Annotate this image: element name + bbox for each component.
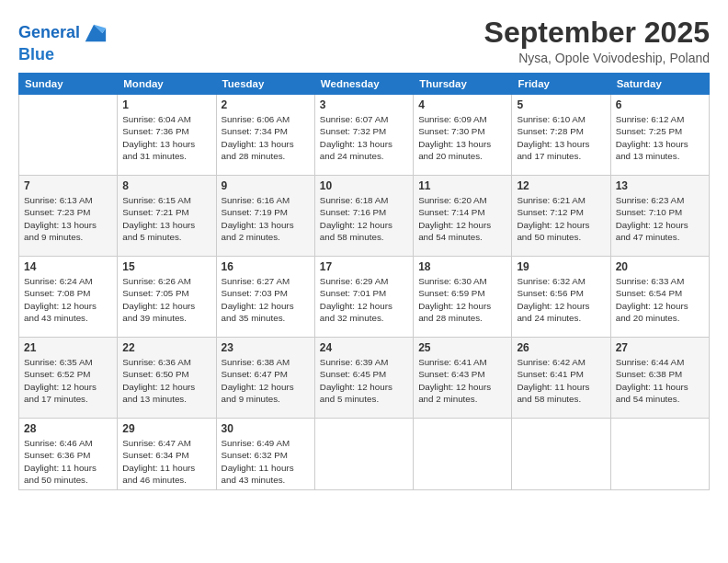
cell-content: Sunrise: 6:49 AMSunset: 6:32 PMDaylight:…	[222, 437, 310, 486]
day-number: 17	[320, 260, 408, 273]
day-number: 18	[418, 260, 506, 273]
day-number: 26	[517, 341, 605, 354]
page-header: General Blue September 2025 Nysa, Opole …	[18, 17, 710, 65]
day-number: 20	[616, 260, 704, 273]
calendar-cell: 13Sunrise: 6:23 AMSunset: 7:10 PMDayligh…	[610, 176, 709, 257]
logo: General Blue	[18, 20, 108, 64]
logo-icon	[82, 20, 108, 46]
calendar-cell: 3Sunrise: 6:07 AMSunset: 7:32 PMDaylight…	[314, 95, 413, 176]
day-number: 8	[122, 179, 210, 192]
day-number: 12	[517, 179, 605, 192]
cell-content: Sunrise: 6:39 AMSunset: 6:45 PMDaylight:…	[320, 356, 408, 405]
calendar-cell: 10Sunrise: 6:18 AMSunset: 7:16 PMDayligh…	[314, 176, 413, 257]
cell-content: Sunrise: 6:27 AMSunset: 7:03 PMDaylight:…	[222, 275, 310, 324]
day-number: 14	[24, 260, 112, 273]
calendar-cell: 4Sunrise: 6:09 AMSunset: 7:30 PMDaylight…	[414, 95, 512, 176]
calendar-cell: 26Sunrise: 6:42 AMSunset: 6:41 PMDayligh…	[512, 338, 610, 419]
header-saturday: Saturday	[610, 74, 709, 95]
cell-content: Sunrise: 6:35 AMSunset: 6:52 PMDaylight:…	[24, 356, 112, 405]
calendar-table: Sunday Monday Tuesday Wednesday Thursday…	[18, 73, 710, 490]
calendar-header: Sunday Monday Tuesday Wednesday Thursday…	[19, 74, 710, 95]
cell-content: Sunrise: 6:20 AMSunset: 7:14 PMDaylight:…	[418, 194, 506, 243]
cell-content: Sunrise: 6:32 AMSunset: 6:56 PMDaylight:…	[517, 275, 605, 324]
calendar-cell: 11Sunrise: 6:20 AMSunset: 7:14 PMDayligh…	[414, 176, 512, 257]
calendar-page: General Blue September 2025 Nysa, Opole …	[0, 0, 728, 563]
day-number: 27	[616, 341, 704, 354]
calendar-cell: 29Sunrise: 6:47 AMSunset: 6:34 PMDayligh…	[118, 419, 216, 490]
calendar-cell: 21Sunrise: 6:35 AMSunset: 6:52 PMDayligh…	[19, 338, 118, 419]
calendar-week-row: 1Sunrise: 6:04 AMSunset: 7:36 PMDaylight…	[19, 95, 710, 176]
title-block: September 2025 Nysa, Opole Voivodeship, …	[484, 17, 710, 65]
calendar-cell: 30Sunrise: 6:49 AMSunset: 6:32 PMDayligh…	[216, 419, 314, 490]
header-thursday: Thursday	[414, 74, 512, 95]
day-number: 5	[517, 98, 605, 111]
header-wednesday: Wednesday	[314, 74, 413, 95]
cell-content: Sunrise: 6:36 AMSunset: 6:50 PMDaylight:…	[122, 356, 210, 405]
day-number: 2	[222, 98, 310, 111]
cell-content: Sunrise: 6:42 AMSunset: 6:41 PMDaylight:…	[517, 356, 605, 405]
header-friday: Friday	[512, 74, 610, 95]
cell-content: Sunrise: 6:10 AMSunset: 7:28 PMDaylight:…	[517, 113, 605, 162]
cell-content: Sunrise: 6:33 AMSunset: 6:54 PMDaylight:…	[616, 275, 704, 324]
calendar-cell: 16Sunrise: 6:27 AMSunset: 7:03 PMDayligh…	[216, 257, 314, 338]
header-sunday: Sunday	[19, 74, 118, 95]
day-number: 19	[517, 260, 605, 273]
cell-content: Sunrise: 6:16 AMSunset: 7:19 PMDaylight:…	[222, 194, 310, 243]
calendar-cell: 15Sunrise: 6:26 AMSunset: 7:05 PMDayligh…	[118, 257, 216, 338]
cell-content: Sunrise: 6:07 AMSunset: 7:32 PMDaylight:…	[320, 113, 408, 162]
calendar-cell: 8Sunrise: 6:15 AMSunset: 7:21 PMDaylight…	[118, 176, 216, 257]
cell-content: Sunrise: 6:24 AMSunset: 7:08 PMDaylight:…	[24, 275, 112, 324]
day-number: 29	[122, 422, 210, 435]
calendar-cell: 24Sunrise: 6:39 AMSunset: 6:45 PMDayligh…	[314, 338, 413, 419]
calendar-cell: 14Sunrise: 6:24 AMSunset: 7:08 PMDayligh…	[19, 257, 118, 338]
cell-content: Sunrise: 6:21 AMSunset: 7:12 PMDaylight:…	[517, 194, 605, 243]
day-number: 23	[222, 341, 310, 354]
calendar-cell: 6Sunrise: 6:12 AMSunset: 7:25 PMDaylight…	[610, 95, 709, 176]
calendar-subtitle: Nysa, Opole Voivodeship, Poland	[484, 51, 710, 65]
cell-content: Sunrise: 6:12 AMSunset: 7:25 PMDaylight:…	[616, 113, 704, 162]
calendar-week-row: 7Sunrise: 6:13 AMSunset: 7:23 PMDaylight…	[19, 176, 710, 257]
calendar-week-row: 14Sunrise: 6:24 AMSunset: 7:08 PMDayligh…	[19, 257, 710, 338]
day-number: 21	[24, 341, 112, 354]
cell-content: Sunrise: 6:41 AMSunset: 6:43 PMDaylight:…	[418, 356, 506, 405]
cell-content: Sunrise: 6:06 AMSunset: 7:34 PMDaylight:…	[222, 113, 310, 162]
cell-content: Sunrise: 6:26 AMSunset: 7:05 PMDaylight:…	[122, 275, 210, 324]
calendar-cell: 17Sunrise: 6:29 AMSunset: 7:01 PMDayligh…	[314, 257, 413, 338]
cell-content: Sunrise: 6:30 AMSunset: 6:59 PMDaylight:…	[418, 275, 506, 324]
cell-content: Sunrise: 6:18 AMSunset: 7:16 PMDaylight:…	[320, 194, 408, 243]
day-number: 22	[122, 341, 210, 354]
calendar-cell: 12Sunrise: 6:21 AMSunset: 7:12 PMDayligh…	[512, 176, 610, 257]
calendar-body: 1Sunrise: 6:04 AMSunset: 7:36 PMDaylight…	[19, 95, 710, 490]
header-monday: Monday	[118, 74, 216, 95]
day-number: 28	[24, 422, 112, 435]
calendar-cell	[512, 419, 610, 490]
header-row: Sunday Monday Tuesday Wednesday Thursday…	[19, 74, 710, 95]
cell-content: Sunrise: 6:04 AMSunset: 7:36 PMDaylight:…	[122, 113, 210, 162]
day-number: 24	[320, 341, 408, 354]
cell-content: Sunrise: 6:09 AMSunset: 7:30 PMDaylight:…	[418, 113, 506, 162]
cell-content: Sunrise: 6:44 AMSunset: 6:38 PMDaylight:…	[616, 356, 704, 405]
cell-content: Sunrise: 6:47 AMSunset: 6:34 PMDaylight:…	[122, 437, 210, 486]
cell-content: Sunrise: 6:38 AMSunset: 6:47 PMDaylight:…	[222, 356, 310, 405]
day-number: 6	[616, 98, 704, 111]
day-number: 25	[418, 341, 506, 354]
calendar-cell: 28Sunrise: 6:46 AMSunset: 6:36 PMDayligh…	[19, 419, 118, 490]
calendar-cell: 22Sunrise: 6:36 AMSunset: 6:50 PMDayligh…	[118, 338, 216, 419]
day-number: 9	[222, 179, 310, 192]
header-tuesday: Tuesday	[216, 74, 314, 95]
day-number: 11	[418, 179, 506, 192]
cell-content: Sunrise: 6:46 AMSunset: 6:36 PMDaylight:…	[24, 437, 112, 486]
day-number: 10	[320, 179, 408, 192]
cell-content: Sunrise: 6:29 AMSunset: 7:01 PMDaylight:…	[320, 275, 408, 324]
calendar-title: September 2025	[484, 17, 710, 49]
logo-text-general: General	[18, 24, 80, 42]
calendar-cell: 20Sunrise: 6:33 AMSunset: 6:54 PMDayligh…	[610, 257, 709, 338]
day-number: 3	[320, 98, 408, 111]
calendar-week-row: 21Sunrise: 6:35 AMSunset: 6:52 PMDayligh…	[19, 338, 710, 419]
day-number: 1	[122, 98, 210, 111]
day-number: 16	[222, 260, 310, 273]
logo-text-blue: Blue	[18, 46, 108, 64]
calendar-cell: 27Sunrise: 6:44 AMSunset: 6:38 PMDayligh…	[610, 338, 709, 419]
day-number: 4	[418, 98, 506, 111]
day-number: 7	[24, 179, 112, 192]
